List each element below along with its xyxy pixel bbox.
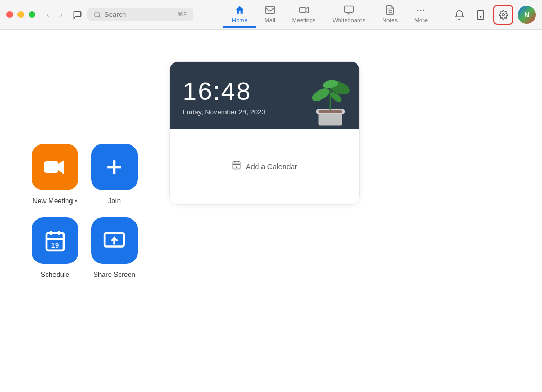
forward-button[interactable]: › [56,9,67,21]
svg-rect-10 [477,10,484,19]
more-icon [415,5,426,15]
new-meeting-label: New Meeting ▾ [33,197,78,205]
schedule-item[interactable]: 19 Schedule [32,217,78,278]
titlebar-right: N [451,5,536,25]
new-meeting-item[interactable]: New Meeting ▾ [32,144,78,205]
chat-icon[interactable] [71,9,83,21]
svg-point-7 [417,10,419,11]
plus-icon [103,156,126,179]
join-icon-bg [91,144,138,190]
svg-point-11 [480,16,481,17]
search-icon [94,11,101,19]
traffic-lights [6,11,35,18]
tab-whiteboards[interactable]: Whiteboards [324,2,374,28]
action-grid: New Meeting ▾ Join [32,51,138,371]
search-shortcut: ⌘F [177,11,187,18]
add-calendar-section: Add a Calendar [170,129,359,204]
maximize-button[interactable] [29,11,35,18]
video-icon [43,156,67,179]
svg-point-8 [420,10,422,11]
add-calendar-button[interactable]: Add a Calendar [232,160,297,172]
share-screen-icon [103,229,126,252]
schedule-label: Schedule [41,270,69,278]
svg-rect-30 [233,162,241,169]
svg-point-12 [502,13,505,16]
calendar-add-icon [232,160,241,172]
top-nav: Home Mail Meetings Whiteboards [223,2,436,28]
share-screen-label: Share Screen [93,270,136,278]
whiteboards-icon [344,5,354,15]
device-button[interactable] [472,6,489,23]
svg-rect-3 [345,6,354,13]
tab-meetings[interactable]: Meetings [284,2,324,28]
chevron-down-icon: ▾ [75,198,77,204]
search-bar[interactable]: ⌘F [87,8,193,21]
svg-point-26 [310,86,331,104]
back-button[interactable]: ‹ [42,9,53,21]
svg-rect-2 [300,8,306,12]
svg-rect-24 [319,110,342,113]
plant-decoration [306,70,354,129]
minimize-button[interactable] [17,11,24,18]
tab-home[interactable]: Home [223,2,256,28]
meetings-icon [299,5,309,15]
close-button[interactable] [6,11,13,18]
svg-text:19: 19 [51,241,59,249]
calendar-icon: 19 [43,229,67,252]
notifications-button[interactable] [451,6,468,23]
clock-section: 16:48 Friday, November 24, 2023 [170,62,359,129]
svg-point-9 [423,10,425,11]
tab-more[interactable]: More [406,2,436,28]
mail-icon [265,5,275,15]
gear-icon [499,10,508,20]
new-meeting-icon [32,144,78,190]
add-calendar-label: Add a Calendar [246,162,297,171]
device-icon [475,10,486,20]
main-content: New Meeting ▾ Join [0,30,542,392]
join-item[interactable]: Join [91,144,138,205]
search-input[interactable] [104,11,168,19]
tab-mail[interactable]: Mail [256,2,284,28]
notes-icon [385,5,395,15]
svg-rect-1 [265,6,274,13]
avatar[interactable]: N [518,6,536,24]
share-screen-item[interactable]: Share Screen [91,217,138,278]
svg-point-0 [95,12,100,16]
home-icon [234,5,245,15]
nav-arrows: ‹ › [42,9,67,21]
calendar-widget: 16:48 Friday, November 24, 2023 [169,61,360,205]
share-screen-icon-bg [91,217,138,264]
join-label: Join [108,197,121,205]
tab-notes[interactable]: Notes [374,2,406,28]
schedule-icon-bg: 19 [32,217,78,264]
svg-rect-13 [44,161,58,173]
titlebar: ‹ › ⌘F Home Mail [0,0,542,30]
settings-button[interactable] [493,5,513,25]
bell-icon [454,10,465,20]
